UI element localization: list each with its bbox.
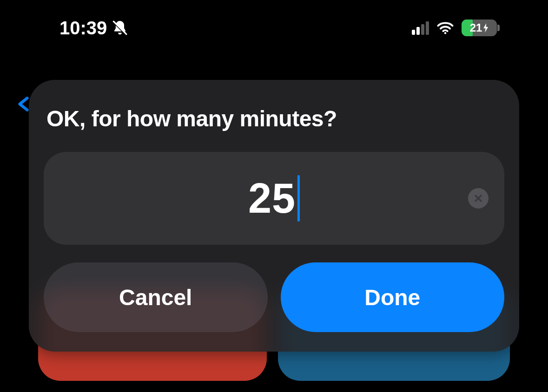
done-button[interactable]: Done <box>281 262 505 332</box>
battery-indicator: 21 <box>462 20 497 36</box>
battery-cap <box>497 25 500 31</box>
text-caret <box>297 175 300 222</box>
svg-point-2 <box>444 32 446 34</box>
cellular-bar <box>412 30 415 35</box>
input-value-text: 25 <box>248 175 296 222</box>
battery-percent-text: 21 <box>470 22 482 33</box>
status-left: 10:39 <box>59 18 128 39</box>
silent-mode-icon <box>112 20 128 36</box>
status-time: 10:39 <box>59 18 107 39</box>
cellular-bar <box>416 27 420 35</box>
cancel-button[interactable]: Cancel <box>44 262 268 332</box>
dialog-button-row: Cancel Done <box>44 262 504 332</box>
dialog-title: OK, for how many minutes? <box>44 106 504 131</box>
battery-label: 21 <box>470 22 489 33</box>
status-right: 21 <box>412 20 497 36</box>
clear-input-button[interactable] <box>468 188 489 209</box>
wifi-icon <box>436 21 454 34</box>
input-dialog: OK, for how many minutes? 25 Cancel Done <box>29 80 519 352</box>
close-icon <box>474 194 483 203</box>
battery-charging-icon <box>482 23 489 33</box>
cellular-bar <box>426 21 429 35</box>
cellular-bar <box>421 24 424 35</box>
cellular-signal-icon <box>412 21 429 35</box>
minutes-input[interactable]: 25 <box>44 152 504 245</box>
status-bar: 10:39 21 <box>0 0 548 56</box>
input-value-wrap: 25 <box>248 175 300 222</box>
